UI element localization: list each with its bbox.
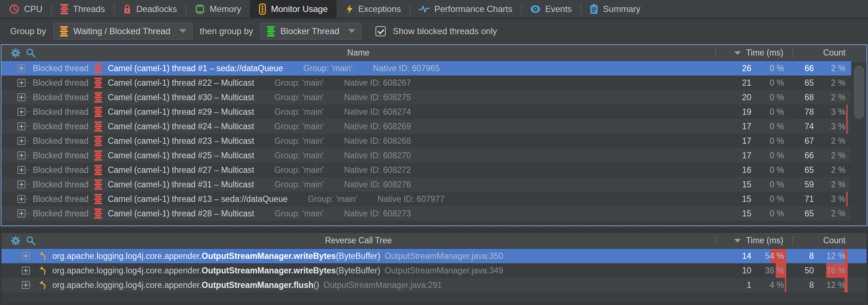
threads-table-header: Name Time (ms) Count	[1, 45, 867, 61]
scrollbar-thumb[interactable]	[854, 66, 864, 119]
expand-icon[interactable]	[17, 166, 25, 174]
thread-row[interactable]: Blocked thread Camel (camel-1) thread #2…	[1, 134, 867, 148]
source-location: OutputStreamManager.java:350	[385, 251, 503, 261]
count-column-header[interactable]: Count	[793, 48, 867, 58]
gear-icon[interactable]	[10, 48, 21, 58]
call-tree-panel: Reverse Call Tree Time (ms) Count org.ap…	[1, 232, 867, 304]
blocked-thread-label: Blocked thread	[33, 64, 88, 73]
thread-group: Group: 'main'	[274, 180, 324, 190]
count-value: 65	[793, 165, 814, 175]
thread-row[interactable]: Blocked thread Camel (camel-1) thread #3…	[1, 90, 867, 105]
thread-icon	[94, 63, 103, 74]
expand-icon[interactable]	[17, 180, 25, 188]
thread-row[interactable]: Blocked thread Camel (camel-1) thread #2…	[1, 206, 867, 221]
expand-icon[interactable]	[17, 195, 25, 203]
thread-row[interactable]: Blocked thread Camel (camel-1) thread #2…	[1, 163, 867, 177]
thread-row[interactable]: Blocked thread Camel (camel-1) thread #2…	[1, 76, 867, 90]
tab-exceptions[interactable]: Exceptions	[337, 0, 410, 18]
count-value: 8	[793, 280, 814, 290]
then-group-by-value: Blocker Thread	[280, 26, 339, 36]
count-value: 8	[793, 251, 814, 261]
traffic-light-icon	[258, 3, 266, 15]
thread-row[interactable]: Blocked thread Camel (camel-1) thread #2…	[1, 105, 867, 119]
time-value: 19	[717, 107, 751, 117]
expand-icon[interactable]	[22, 267, 30, 274]
expand-icon[interactable]	[17, 108, 25, 116]
tab-memory[interactable]: Memory	[186, 0, 250, 18]
expand-icon[interactable]	[17, 79, 25, 87]
thread-row[interactable]: Blocked thread Camel (camel-1) thread #1…	[1, 192, 867, 206]
time-cell: 17 0 %	[717, 119, 793, 134]
thread-native-id: Native ID: 608270	[344, 151, 411, 160]
lock-icon	[122, 4, 132, 15]
expand-icon[interactable]	[17, 93, 25, 101]
thread-name: Camel (camel-1) thread #28 – Multicast	[108, 209, 254, 219]
show-blocked-threads-checkbox[interactable]	[375, 26, 386, 36]
thread-group: Group: 'main'	[274, 136, 324, 146]
thread-native-id: Native ID: 607977	[378, 194, 445, 204]
blocked-thread-label: Blocked thread	[33, 151, 88, 160]
name-column-header[interactable]: Name	[347, 48, 369, 57]
tab-label: Memory	[210, 4, 241, 14]
thread-name: Camel (camel-1) thread #25 – Multicast	[108, 151, 254, 160]
search-icon[interactable]	[25, 48, 36, 58]
time-percent: 4 %	[769, 280, 784, 290]
tab-monitor-usage[interactable]: Monitor Usage	[250, 0, 336, 18]
thread-row[interactable]: Blocked thread Camel (camel-1) thread #2…	[1, 148, 867, 163]
waiting-blocked-thread-icon	[60, 26, 68, 37]
thread-group: Group: 'main'	[274, 93, 324, 102]
thread-icon	[94, 208, 103, 219]
tree-guide	[30, 256, 34, 256]
then-group-by-dropdown[interactable]: Blocker Thread	[260, 23, 361, 40]
count-percent: 3 %	[831, 107, 845, 117]
group-by-dropdown[interactable]: Waiting / Blocked Thread	[53, 23, 193, 40]
time-percent: 0 %	[769, 64, 784, 73]
time-value: 14	[717, 251, 751, 261]
time-percent: 38 %	[765, 266, 784, 276]
gear-icon[interactable]	[10, 235, 21, 246]
time-percent: 0 %	[769, 136, 784, 146]
expand-icon[interactable]	[22, 281, 30, 289]
threads-panel: Name Time (ms) Count Blocked thread Came…	[1, 44, 867, 226]
time-column-header[interactable]: Time (ms)	[716, 236, 792, 245]
call-tree-row[interactable]: org.apache.logging.log4j.core.appender.O…	[1, 263, 867, 278]
expand-icon[interactable]	[17, 151, 25, 159]
expand-icon[interactable]	[17, 64, 25, 72]
time-percent: 0 %	[769, 107, 784, 117]
blocked-thread-label: Blocked thread	[33, 136, 88, 146]
thread-icon	[94, 92, 103, 103]
count-percent: 2 %	[831, 64, 845, 73]
expand-icon[interactable]	[17, 122, 25, 130]
count-percent: 3 %	[831, 122, 845, 131]
thread-row[interactable]: Blocked thread Camel (camel-1) thread #1…	[1, 61, 867, 76]
tab-cpu[interactable]: CPU	[0, 0, 51, 18]
thread-icon	[94, 135, 103, 146]
sort-desc-icon	[734, 239, 741, 243]
tab-performance-charts[interactable]: Performance Charts	[410, 0, 521, 18]
call-tree-row[interactable]: org.apache.logging.log4j.core.appender.O…	[1, 278, 867, 292]
count-value: 67	[793, 136, 814, 146]
thread-group: Group: 'main'	[308, 194, 357, 204]
time-column-header[interactable]: Time (ms)	[716, 48, 792, 58]
tab-threads[interactable]: Threads	[51, 0, 114, 18]
count-column-header[interactable]: Count	[793, 236, 867, 245]
call-tree-row[interactable]: org.apache.logging.log4j.core.appender.O…	[1, 249, 867, 263]
thread-row[interactable]: Blocked thread Camel (camel-1) thread #3…	[1, 177, 867, 192]
search-icon[interactable]	[25, 235, 36, 246]
grouping-toolbar: Group by Waiting / Blocked Thread then g…	[0, 19, 868, 43]
tab-summary[interactable]: Summary	[580, 0, 649, 18]
tree-guide	[25, 126, 29, 127]
thread-native-id: Native ID: 607965	[373, 64, 440, 73]
thread-row[interactable]: Blocked thread Camel (camel-1) thread #2…	[1, 119, 867, 134]
time-percent: 0 %	[769, 180, 784, 190]
expand-icon[interactable]	[22, 252, 30, 260]
tab-deadlocks[interactable]: Deadlocks	[114, 0, 186, 18]
call-tree-body: org.apache.logging.log4j.core.appender.O…	[1, 249, 867, 292]
panel-splitter[interactable]	[0, 227, 868, 232]
tab-events[interactable]: Events	[521, 0, 580, 18]
expand-icon[interactable]	[17, 137, 25, 145]
vertical-scrollbar[interactable]	[851, 61, 867, 225]
thread-native-id: Native ID: 608275	[344, 93, 411, 102]
expand-icon[interactable]	[17, 210, 25, 217]
lightning-icon	[345, 4, 354, 15]
